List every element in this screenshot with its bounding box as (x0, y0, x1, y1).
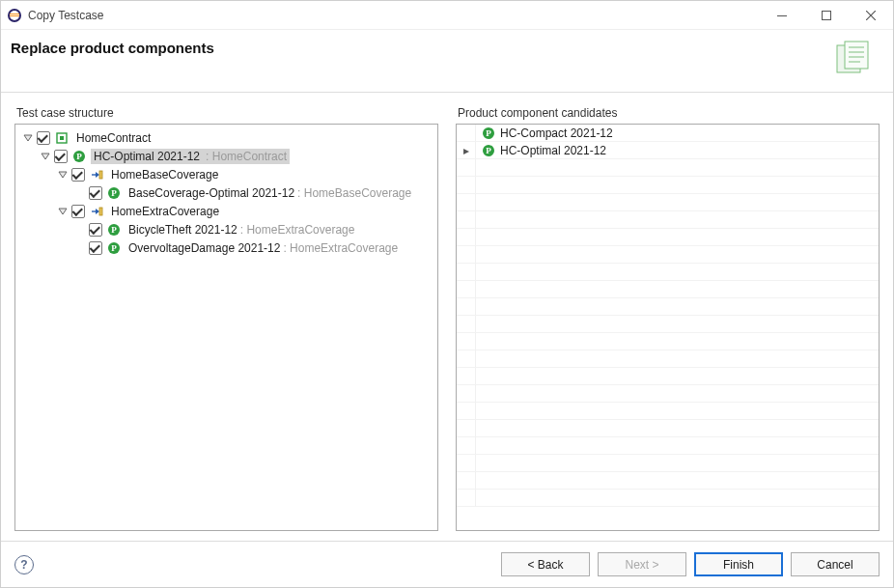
candidate-row-empty (457, 385, 879, 403)
button-bar: ? < Back Next > Finish Cancel (1, 541, 893, 587)
right-panel: Product component candidates PHC-Compact… (456, 106, 880, 531)
candidate-cell[interactable]: PHC-Compact 2021-12 (476, 126, 613, 140)
content-area: Test case structure HomeContractPHC-Opti… (1, 93, 893, 541)
svg-text:P: P (486, 128, 491, 138)
tree-item-label[interactable]: BicycleTheft 2021-12 (126, 222, 240, 238)
close-button[interactable] (849, 1, 893, 30)
tree-row[interactable]: PBicycleTheft 2021-12 : HomeExtraCoverag… (17, 220, 435, 238)
current-marker-icon: ▸ (457, 142, 476, 158)
candidate-row-empty (457, 490, 879, 507)
tree-row[interactable]: HomeExtraCoverage (17, 202, 435, 220)
left-panel: Test case structure HomeContractPHC-Opti… (14, 106, 438, 531)
candidate-row-empty (457, 333, 879, 350)
chevron-down-icon[interactable] (21, 131, 35, 145)
candidate-row-empty (457, 194, 879, 211)
svg-text:P: P (111, 243, 117, 253)
product-icon: P (482, 126, 495, 140)
candidate-row-empty (457, 159, 879, 177)
tree-row[interactable]: HomeBaseCoverage (17, 165, 435, 183)
candidates-table[interactable]: PHC-Compact 2021-12▸PHC-Optimal 2021-12 (456, 124, 880, 531)
chevron-down-icon[interactable] (39, 150, 52, 163)
candidate-row-empty (457, 316, 879, 333)
candidate-row-empty (457, 264, 879, 281)
candidate-label: HC-Compact 2021-12 (500, 126, 613, 140)
candidate-row-empty (457, 211, 879, 229)
link-icon (89, 204, 104, 219)
twisty-none (73, 241, 87, 255)
tree-item-label[interactable]: HC-Optimal 2021-12 (91, 149, 203, 164)
tree-row[interactable]: POvervoltageDamage 2021-12 : HomeExtraCo… (17, 238, 435, 257)
tree-item-label[interactable]: BaseCoverage-Optimal 2021-12 (126, 185, 297, 201)
link-icon (89, 167, 104, 182)
back-button[interactable]: < Back (501, 552, 590, 576)
tree-row[interactable]: PBaseCoverage-Optimal 2021-12 : HomeBase… (17, 183, 435, 202)
candidate-row-empty (457, 350, 879, 368)
svg-text:P: P (111, 225, 117, 235)
tree-viewer[interactable]: HomeContractPHC-Optimal 2021-12 : HomeCo… (14, 124, 438, 531)
tree-row[interactable]: HomeContract (17, 128, 435, 147)
candidate-row-empty (457, 246, 879, 264)
twisty-none (73, 186, 87, 200)
tree-item-suffix: : HomeBaseCoverage (297, 186, 411, 200)
left-panel-label: Test case structure (14, 106, 438, 120)
help-icon[interactable]: ? (14, 555, 34, 574)
candidate-row-empty (457, 368, 879, 385)
window-title: Copy Testcase (28, 9, 104, 22)
checkbox[interactable] (89, 223, 102, 237)
tree-item-suffix: : HomeExtraCoverage (283, 241, 398, 255)
chevron-down-icon[interactable] (56, 205, 70, 218)
checkbox[interactable] (89, 186, 102, 200)
candidate-cell[interactable]: PHC-Optimal 2021-12 (476, 144, 606, 157)
svg-rect-13 (60, 136, 64, 140)
candidate-row-empty (457, 472, 879, 490)
tree-item-label[interactable]: HomeExtraCoverage (108, 204, 222, 219)
candidate-row-empty (457, 229, 879, 246)
checkbox[interactable] (37, 131, 50, 145)
tree-row[interactable]: PHC-Optimal 2021-12 : HomeContract (17, 147, 435, 165)
checkbox[interactable] (89, 241, 102, 255)
svg-rect-21 (99, 208, 102, 215)
product-icon: P (71, 149, 87, 164)
tree-item-label[interactable]: HomeContract (73, 130, 154, 146)
tree-item-suffix: : HomeContract (203, 149, 290, 164)
candidate-row[interactable]: ▸PHC-Optimal 2021-12 (457, 142, 879, 159)
candidate-row-empty (457, 298, 879, 316)
candidate-row-empty (457, 177, 879, 194)
next-button: Next > (598, 552, 686, 576)
product-icon: P (106, 222, 122, 238)
minimize-button[interactable] (760, 1, 804, 30)
product-icon: P (106, 240, 122, 256)
cancel-button[interactable]: Cancel (791, 552, 880, 576)
eclipse-icon (7, 8, 22, 23)
svg-rect-3 (10, 15, 19, 16)
candidate-row-empty (457, 455, 879, 472)
chevron-down-icon[interactable] (56, 168, 70, 182)
candidate-row-empty (457, 437, 879, 455)
candidate-label: HC-Optimal 2021-12 (500, 144, 606, 157)
dialog-header: Replace product components (1, 30, 893, 93)
checkbox[interactable] (71, 168, 85, 182)
right-panel-label: Product component candidates (456, 106, 880, 120)
svg-text:P: P (486, 146, 491, 155)
candidate-row-empty (457, 281, 879, 298)
tree-item-label[interactable]: HomeBaseCoverage (108, 167, 221, 182)
svg-text:P: P (111, 188, 117, 198)
svg-rect-17 (99, 171, 102, 179)
product-icon: P (482, 144, 495, 157)
product-icon: P (106, 185, 122, 201)
candidate-row[interactable]: PHC-Compact 2021-12 (457, 125, 879, 142)
svg-rect-5 (823, 11, 831, 19)
tree-item-suffix: : HomeExtraCoverage (240, 223, 355, 237)
checkbox[interactable] (71, 205, 85, 218)
checkbox[interactable] (54, 150, 68, 163)
row-marker-empty (457, 125, 476, 141)
twisty-none (73, 223, 87, 237)
maximize-button[interactable] (804, 1, 849, 30)
titlebar: Copy Testcase (1, 1, 893, 30)
finish-button[interactable]: Finish (694, 552, 783, 576)
wizard-banner-icon (831, 40, 878, 78)
svg-rect-2 (10, 14, 19, 14)
candidate-row-empty (457, 420, 879, 437)
tree-item-label[interactable]: OvervoltageDamage 2021-12 (126, 240, 283, 256)
svg-rect-7 (845, 42, 868, 69)
